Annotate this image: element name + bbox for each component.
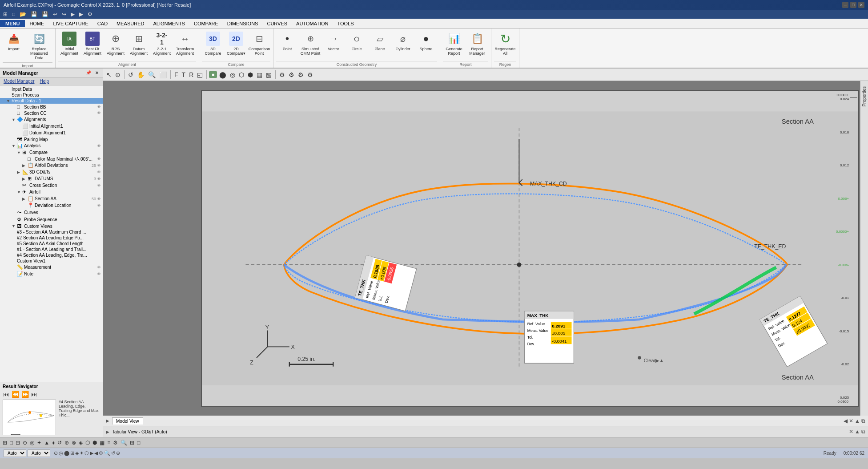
rn-last-btn[interactable]: ⏭ <box>31 390 38 398</box>
vt-rotate-icon[interactable]: ↺ <box>127 70 135 79</box>
rn-next-btn[interactable]: ⏩ <box>21 390 29 398</box>
qa-save2-icon[interactable]: 💾 <box>40 11 50 18</box>
viewport-main[interactable]: Section AA Section AA <box>103 81 868 416</box>
vt-select-icon[interactable]: ↖ <box>105 70 113 79</box>
vt-zoom-icon[interactable]: 🔍 <box>147 70 157 79</box>
note-vis[interactable]: 👁 <box>97 272 101 276</box>
point-tool[interactable]: • Point <box>276 30 298 53</box>
sb-icon6[interactable]: ✦ <box>80 450 84 456</box>
report-manager-tool[interactable]: 📋 Report Manager <box>466 30 488 57</box>
tree-custom-view-2[interactable]: #2 Section AA Leading Edge Po... <box>0 235 103 241</box>
3d-compare-tool[interactable]: 3D 3D Compare <box>202 30 224 57</box>
sb-icon1[interactable]: ⊙ <box>54 450 58 456</box>
menu-item-compare[interactable]: COMPARE <box>189 20 223 27</box>
tree-section-aa[interactable]: ▶ 📋 Section AA 50 👁 <box>0 195 103 202</box>
rps-tool[interactable]: ⊕ RPS Alignment <box>104 30 127 57</box>
section-bb-vis[interactable]: 👁 <box>97 105 101 109</box>
menu-item-cad[interactable]: CAD <box>93 20 112 27</box>
sb-icon13[interactable]: ⊕ <box>116 450 120 456</box>
minimize-btn[interactable]: ─ <box>842 2 848 8</box>
qa-grid-icon[interactable]: ⊞ <box>2 11 9 18</box>
qa-new-icon[interactable]: □ <box>11 11 16 18</box>
sb-dropdown-2[interactable]: Auto <box>28 449 50 457</box>
menu-item-alignments[interactable]: ALIGNMENTS <box>149 20 189 27</box>
menu-item-dimensions[interactable]: DIMENSIONS <box>223 20 263 27</box>
rn-prev-btn[interactable]: ⏪ <box>11 390 20 398</box>
measurement-vis[interactable]: 👁 <box>97 265 101 270</box>
vt-shade2-icon[interactable]: ◎ <box>229 70 237 79</box>
tree-color-map[interactable]: □ Color Map Nominal +/-.005'... 👁 <box>0 156 103 162</box>
tabular-expand-btn[interactable]: ▶ <box>106 429 109 434</box>
vt-shade1-icon[interactable]: ⬤ <box>218 70 228 79</box>
bt-icon15[interactable]: ▦ <box>99 439 105 446</box>
bt-icon5[interactable]: ◎ <box>29 439 35 446</box>
sb-icon3[interactable]: ⬤ <box>64 450 69 456</box>
tree-custom-view-4[interactable]: #4 Section AA Leading, Edge, Tra... <box>0 252 103 258</box>
tree-compare[interactable]: ▼ ⊞ Compare <box>0 149 103 156</box>
menu-item-menu[interactable]: MENU <box>0 20 25 27</box>
tab-help[interactable]: Help <box>38 78 51 84</box>
vt-shade5-icon[interactable]: ▦ <box>255 70 264 79</box>
vt-iso-icon[interactable]: ◱ <box>196 70 204 79</box>
bt-icon8[interactable]: ♦ <box>51 439 56 446</box>
simulated-cmm-tool[interactable]: ⊕ Simulated CMM Point <box>299 30 321 57</box>
menu-item-home[interactable]: HOME <box>25 20 48 27</box>
vt-top-icon[interactable]: T <box>181 70 187 79</box>
plane-tool[interactable]: ▱ Plane <box>369 30 391 53</box>
menu-item-tools[interactable]: TOOLS <box>333 20 358 27</box>
tree-curves[interactable]: 〜 Curves <box>0 209 103 216</box>
properties-tab[interactable]: Properties <box>860 83 868 110</box>
section-aa-vis[interactable]: 👁 <box>97 197 101 201</box>
initial-alignment-tool[interactable]: IA Initial Alignment <box>58 30 80 57</box>
regenerate-all-tool[interactable]: ↻ Regenerate All <box>494 30 516 57</box>
tree-airfoil-deviations[interactable]: ▶ 📋 Airfoil Deviations 25 👁 <box>0 162 103 169</box>
comparison-point-tool[interactable]: ⊟ Comparison Point <box>248 30 270 57</box>
model-view-expand[interactable]: ▶ <box>106 418 109 423</box>
vt-settings3-icon[interactable]: ⚙ <box>297 70 305 79</box>
tree-result-data[interactable]: ▼ Result Data - 1 <box>0 98 103 104</box>
vector-tool[interactable]: → Vector <box>322 30 345 53</box>
tree-section-bb[interactable]: □ Section BB 👁 <box>0 104 103 110</box>
sb-icon4[interactable]: ⊞ <box>70 450 74 456</box>
cylinder-tool[interactable]: ⌀ Cylinder <box>392 30 414 53</box>
tree-alignments[interactable]: ▼ 🔷 Alignments <box>0 116 103 123</box>
tree-custom-view-1[interactable]: #1 - Section AA Leading and Trail... <box>0 247 103 252</box>
datums-vis[interactable]: 👁 <box>97 177 101 181</box>
color-map-vis[interactable]: 👁 <box>97 157 101 161</box>
circle-tool[interactable]: ○ Circle <box>346 30 368 53</box>
vt-fit-icon[interactable]: ⬜ <box>158 70 168 79</box>
2d-compare-tool[interactable]: 2D 2D Compare▾ <box>225 30 247 57</box>
vt-shade3-icon[interactable]: ⬡ <box>237 70 245 79</box>
vt-cursor-icon[interactable]: ⊙ <box>114 70 122 79</box>
qa-play-icon[interactable]: ▶ <box>69 11 76 18</box>
bt-icon3[interactable]: ⊟ <box>15 439 21 446</box>
tree-note[interactable]: 📝 Note 👁 <box>0 271 103 277</box>
sb-icon9[interactable]: ◀ <box>94 450 98 456</box>
mm-close-btn[interactable]: ✕ <box>94 70 100 76</box>
sb-icon8[interactable]: ▶ <box>90 450 93 456</box>
analysis-vis[interactable]: 👁 <box>97 144 101 148</box>
sb-dropdown-1[interactable]: Auto <box>4 449 26 457</box>
bt-icon18[interactable]: 🔍 <box>120 439 128 446</box>
qa-save-icon[interactable]: 💾 <box>29 11 39 18</box>
tree-custom-view-5[interactable]: #5 Section AA Axial Chord Length <box>0 241 103 247</box>
vt-right-icon[interactable]: R <box>188 70 195 79</box>
section-cc-vis[interactable]: 👁 <box>97 111 101 115</box>
bt-icon9[interactable]: ↺ <box>56 439 63 446</box>
transform-tool[interactable]: ↔ Transform Alignment <box>174 30 196 57</box>
deviation-vis[interactable]: 👁 <box>97 203 101 208</box>
menu-item-live-capture[interactable]: LIVE CAPTURE <box>48 20 92 27</box>
model-view-tab[interactable]: Model View <box>112 417 143 425</box>
bt-icon6[interactable]: ✦ <box>36 439 42 446</box>
gdts-vis[interactable]: 👁 <box>97 170 101 174</box>
tree-custom-views[interactable]: ▼ 🖼 Custom Views <box>0 223 103 229</box>
tree-deviation-location[interactable]: 📍 Deviation Location 👁 <box>0 202 103 209</box>
bt-icon20[interactable]: □ <box>136 439 141 446</box>
tab-model-manager[interactable]: Model Manager <box>2 78 36 84</box>
tree-3d-gdts[interactable]: ▶ 📐 3D GD&Ts 👁 <box>0 169 103 175</box>
vt-shade6-icon[interactable]: ▧ <box>265 70 273 79</box>
qa-settings-icon[interactable]: ⚙ <box>86 11 94 18</box>
sphere-tool[interactable]: ● Sphere <box>415 30 437 53</box>
bt-icon17[interactable]: ⚙ <box>112 439 119 446</box>
bt-icon16[interactable]: ≡ <box>106 439 111 446</box>
